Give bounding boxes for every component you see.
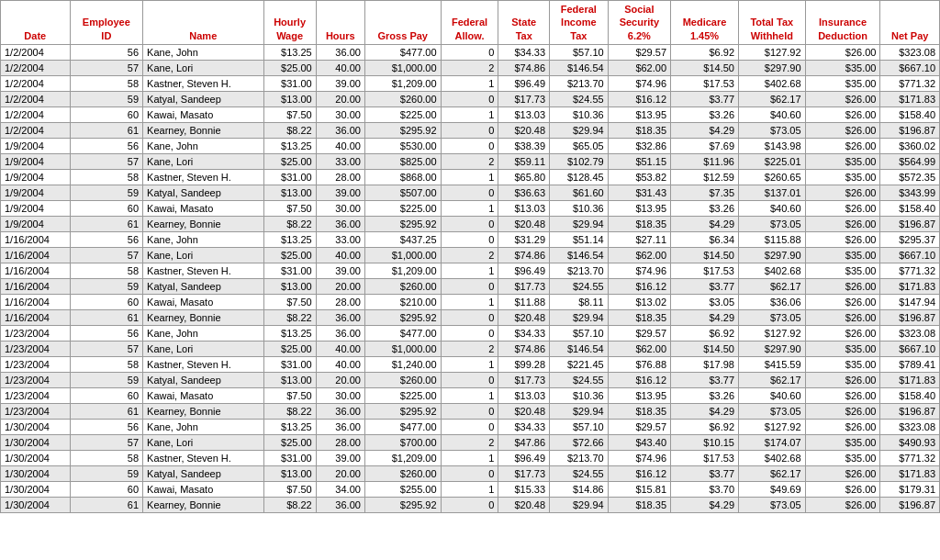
cell-medicare: $6.92	[671, 44, 739, 60]
cell-total_tax_withheld: $62.17	[739, 465, 806, 481]
cell-date: 1/9/2004	[1, 185, 71, 200]
cell-fed_allow: 0	[441, 372, 498, 387]
cell-gross_pay: $255.00	[364, 481, 441, 497]
cell-date: 1/30/2004	[1, 419, 71, 434]
cell-fed_allow: 2	[441, 153, 498, 169]
table-row: 1/2/200459Katyal, Sandeep$13.0020.00$260…	[1, 91, 940, 106]
cell-insurance_deduction: $26.00	[805, 465, 880, 481]
cell-fed_income_tax: $10.36	[550, 200, 609, 216]
cell-hours: 36.00	[316, 216, 364, 231]
header-date: Date	[1, 1, 71, 45]
header-fed_income_tax: FederalIncomeTax	[550, 1, 609, 45]
cell-date: 1/23/2004	[1, 387, 71, 403]
cell-fed_income_tax: $29.94	[550, 309, 609, 325]
cell-net_pay: $171.83	[880, 465, 940, 481]
cell-name: Katyal, Sandeep	[143, 185, 263, 200]
cell-total_tax_withheld: $297.90	[739, 60, 806, 75]
cell-hours: 36.00	[316, 325, 364, 341]
cell-state_tax: $74.86	[498, 247, 550, 263]
cell-state_tax: $96.49	[498, 263, 550, 278]
cell-state_tax: $13.03	[498, 106, 550, 122]
cell-hourly_wage: $25.00	[263, 153, 316, 169]
header-name: Name	[143, 1, 263, 45]
cell-emp_id: 59	[70, 372, 143, 387]
cell-social_security: $18.35	[608, 403, 670, 419]
cell-hours: 36.00	[316, 122, 364, 138]
cell-hourly_wage: $7.50	[263, 481, 316, 497]
cell-emp_id: 61	[70, 122, 143, 138]
table-row: 1/16/200460Kawai, Masato$7.5028.00$210.0…	[1, 294, 940, 309]
cell-gross_pay: $210.00	[364, 294, 441, 309]
cell-fed_income_tax: $8.11	[550, 294, 609, 309]
cell-name: Kane, Lori	[143, 60, 263, 75]
table-row: 1/2/200460Kawai, Masato$7.5030.00$225.00…	[1, 106, 940, 122]
cell-fed_income_tax: $24.55	[550, 91, 609, 106]
cell-social_security: $74.96	[608, 263, 670, 278]
cell-insurance_deduction: $26.00	[805, 138, 880, 153]
cell-name: Katyal, Sandeep	[143, 372, 263, 387]
cell-fed_allow: 1	[441, 294, 498, 309]
cell-net_pay: $564.99	[880, 153, 940, 169]
cell-hours: 30.00	[316, 106, 364, 122]
cell-gross_pay: $260.00	[364, 91, 441, 106]
cell-insurance_deduction: $26.00	[805, 106, 880, 122]
cell-fed_income_tax: $146.54	[550, 60, 609, 75]
cell-date: 1/2/2004	[1, 91, 71, 106]
cell-name: Kawai, Masato	[143, 294, 263, 309]
table-row: 1/16/200461Kearney, Bonnie$8.2236.00$295…	[1, 309, 940, 325]
table-row: 1/2/200457Kane, Lori$25.0040.00$1,000.00…	[1, 60, 940, 75]
cell-fed_allow: 0	[441, 325, 498, 341]
cell-net_pay: $171.83	[880, 278, 940, 294]
cell-name: Kawai, Masato	[143, 387, 263, 403]
cell-state_tax: $99.28	[498, 356, 550, 372]
cell-social_security: $16.12	[608, 465, 670, 481]
cell-medicare: $17.53	[671, 263, 739, 278]
cell-state_tax: $17.73	[498, 372, 550, 387]
cell-emp_id: 61	[70, 403, 143, 419]
cell-name: Kawai, Masato	[143, 106, 263, 122]
cell-state_tax: $17.73	[498, 91, 550, 106]
cell-social_security: $62.00	[608, 247, 670, 263]
cell-hourly_wage: $7.50	[263, 200, 316, 216]
cell-name: Kane, Lori	[143, 247, 263, 263]
header-state_tax: StateTax	[498, 1, 550, 45]
cell-insurance_deduction: $35.00	[805, 60, 880, 75]
cell-medicare: $10.15	[671, 434, 739, 450]
cell-state_tax: $34.33	[498, 44, 550, 60]
cell-insurance_deduction: $35.00	[805, 341, 880, 356]
cell-name: Kane, John	[143, 138, 263, 153]
cell-emp_id: 59	[70, 278, 143, 294]
cell-state_tax: $20.48	[498, 122, 550, 138]
cell-social_security: $18.35	[608, 122, 670, 138]
cell-emp_id: 59	[70, 91, 143, 106]
cell-medicare: $4.29	[671, 122, 739, 138]
cell-net_pay: $667.10	[880, 341, 940, 356]
cell-state_tax: $34.33	[498, 325, 550, 341]
cell-hourly_wage: $8.22	[263, 309, 316, 325]
cell-fed_allow: 0	[441, 91, 498, 106]
cell-net_pay: $196.87	[880, 122, 940, 138]
cell-state_tax: $74.86	[498, 60, 550, 75]
cell-insurance_deduction: $35.00	[805, 169, 880, 185]
cell-name: Kane, John	[143, 231, 263, 247]
cell-medicare: $3.77	[671, 465, 739, 481]
cell-social_security: $43.40	[608, 434, 670, 450]
cell-fed_allow: 1	[441, 387, 498, 403]
cell-state_tax: $17.73	[498, 465, 550, 481]
cell-emp_id: 58	[70, 263, 143, 278]
cell-insurance_deduction: $26.00	[805, 278, 880, 294]
cell-insurance_deduction: $35.00	[805, 75, 880, 91]
cell-insurance_deduction: $26.00	[805, 231, 880, 247]
cell-medicare: $3.26	[671, 106, 739, 122]
cell-emp_id: 59	[70, 465, 143, 481]
table-row: 1/30/200459Katyal, Sandeep$13.0020.00$26…	[1, 465, 940, 481]
cell-gross_pay: $700.00	[364, 434, 441, 450]
cell-total_tax_withheld: $260.65	[739, 169, 806, 185]
cell-net_pay: $171.83	[880, 372, 940, 387]
cell-hourly_wage: $7.50	[263, 387, 316, 403]
cell-name: Kastner, Steven H.	[143, 75, 263, 91]
cell-net_pay: $667.10	[880, 60, 940, 75]
cell-fed_allow: 0	[441, 309, 498, 325]
cell-fed_income_tax: $29.94	[550, 497, 609, 512]
cell-medicare: $6.34	[671, 231, 739, 247]
